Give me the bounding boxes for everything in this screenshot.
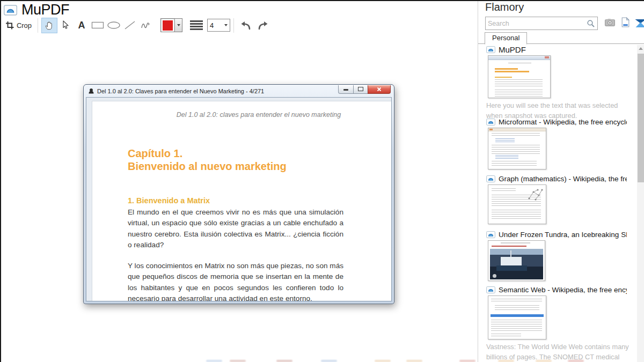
cursor-icon xyxy=(62,20,69,30)
taskbar-hint xyxy=(206,360,222,362)
close-button[interactable] xyxy=(368,85,391,94)
mupdf-header: MuPDF xyxy=(4,2,69,18)
line-tool-button[interactable] xyxy=(122,18,138,33)
camera-icon[interactable] xyxy=(605,18,615,26)
snippet-document-icon[interactable] xyxy=(621,17,630,27)
maximize-icon xyxy=(358,87,363,91)
snapshot-item-semantic-web[interactable]: Semantic Web - Wikipedia, the free encyc… xyxy=(486,285,627,362)
window-controls xyxy=(338,85,391,94)
app-title: MuPDF xyxy=(21,2,69,18)
redo-button[interactable] xyxy=(255,18,272,33)
color-swatch xyxy=(162,19,174,32)
freehand-icon xyxy=(141,20,151,30)
snapshot-item-mupdf[interactable]: MuPDF Here you will see the text that wa… xyxy=(486,45,627,121)
thumbnail-content xyxy=(495,71,529,72)
snapshot-icon xyxy=(486,46,495,53)
thumbnail-content xyxy=(492,210,541,220)
hand-tool-button[interactable] xyxy=(41,18,57,33)
tab-personal[interactable]: Personal xyxy=(485,32,527,45)
snapshot-thumbnail[interactable] xyxy=(488,55,551,98)
thumbnail-content xyxy=(545,56,549,58)
taskbar-hint xyxy=(498,360,514,362)
thumbnail-content xyxy=(491,334,521,337)
search-icon[interactable] xyxy=(587,19,595,28)
mupdf-window-icon xyxy=(88,88,94,94)
snapshot-thumbnail[interactable] xyxy=(488,184,546,224)
pdf-window: Del 1.0 al 2.0: Claves para entender el … xyxy=(83,84,394,304)
ellipse-tool-button[interactable] xyxy=(106,18,122,33)
undo-icon xyxy=(239,20,252,31)
thumbnail-content xyxy=(508,63,532,63)
flamory-logo-icon[interactable] xyxy=(634,17,644,29)
snapshot-title: Semantic Web - Wikipedia, the free encyc… xyxy=(499,286,627,294)
color-dropdown-button[interactable] xyxy=(174,19,182,32)
screen-edge-top xyxy=(0,0,644,1)
thumbnail-content xyxy=(489,129,493,130)
snapshot-thumbnail[interactable] xyxy=(488,240,545,281)
taskbar-hint xyxy=(536,360,552,362)
pen-width-select[interactable]: 4 xyxy=(207,19,230,32)
snapshot-thumbnail[interactable] xyxy=(488,295,546,339)
thumbnail-content xyxy=(492,145,540,154)
search-input[interactable] xyxy=(486,20,587,27)
snapshot-item-tundra[interactable]: Under Frozen Tundra, an Icebreaking Ship… xyxy=(486,230,627,281)
tab-bar: Personal xyxy=(478,32,644,44)
snapshot-title: Under Frozen Tundra, an Icebreaking Ship… xyxy=(499,231,627,239)
chevron-down-icon xyxy=(177,24,180,26)
snapshot-item-graph[interactable]: Graph (mathematics) - Wikipedia, the fre… xyxy=(486,174,627,224)
search-box xyxy=(485,17,598,30)
snapshot-item-microformat[interactable]: Microformat - Wikipedia, the free encycl… xyxy=(486,117,627,169)
taskbar-hint xyxy=(321,360,337,362)
text-tool-button[interactable]: A xyxy=(74,18,90,33)
line-width-icon xyxy=(190,20,203,30)
snapshot-description: Vastness: The World Wide Web contains ma… xyxy=(486,342,632,362)
selection-highlight xyxy=(491,314,543,317)
paragraph: El mundo en el que creemos vivir no es m… xyxy=(128,207,343,250)
scrollbar-thumb[interactable] xyxy=(638,54,644,182)
thumbnail-content xyxy=(492,161,536,167)
snapshot-title: Microformat - Wikipedia, the free encycl… xyxy=(499,118,627,126)
graph-doodle-icon xyxy=(526,188,544,202)
pdf-viewer[interactable]: Del 1.0 al 2.0: claves para entender el … xyxy=(86,97,392,301)
flamory-panel: Flamory Personal MuPDF xyxy=(478,0,644,362)
taskbar-hint xyxy=(406,360,422,362)
scrollbar[interactable] xyxy=(637,45,644,362)
minimize-button[interactable] xyxy=(338,85,354,94)
chapter-line-2: Bienvenido al nuevo marketing xyxy=(128,160,287,172)
crop-label: Crop xyxy=(17,21,32,29)
snapshot-title: Graph (mathematics) - Wikipedia, the fre… xyxy=(499,175,627,183)
select-tool-button[interactable] xyxy=(57,18,74,33)
chapter-line-1: Capítulo 1. xyxy=(128,147,182,159)
color-picker[interactable] xyxy=(160,18,182,32)
snapshot-icon xyxy=(486,119,495,125)
thumbnail-content xyxy=(495,79,543,87)
taskbar-hint xyxy=(230,360,246,362)
taskbar-hint xyxy=(276,360,292,362)
chevron-down-icon xyxy=(224,24,228,26)
chapter-heading: Capítulo 1. Bienvenido al nuevo marketin… xyxy=(128,147,287,173)
snapshot-title: MuPDF xyxy=(499,45,627,54)
thumbnail-content xyxy=(495,68,518,70)
section-heading: 1. Bienvenido a Matrix xyxy=(128,196,210,205)
thumbnail-content xyxy=(495,77,512,78)
pdf-page: Del 1.0 al 2.0: claves para entender el … xyxy=(92,101,392,301)
rectangle-tool-button[interactable] xyxy=(90,18,106,33)
page-running-header: Del 1.0 al 2.0: claves para entender el … xyxy=(173,111,345,119)
play-button-icon xyxy=(493,274,496,278)
thumbnail-content xyxy=(491,320,541,331)
taskbar-hint xyxy=(375,360,391,362)
ink-tool-button[interactable] xyxy=(138,18,154,33)
thumbnail-content xyxy=(491,299,541,303)
snapshot-icon xyxy=(486,231,495,238)
snapshot-thumbnail[interactable] xyxy=(488,128,546,169)
thumbnail-content xyxy=(501,257,522,266)
paragraph: Y los conocimientos en Matrix no son más… xyxy=(128,261,343,301)
maximize-button[interactable] xyxy=(354,85,368,94)
screen: MuPDF Crop A xyxy=(0,0,644,362)
thumbnail-content xyxy=(492,188,516,193)
thumbnail-content xyxy=(492,246,526,247)
scroll-up-icon[interactable] xyxy=(639,47,643,50)
thumbnail-content xyxy=(492,133,540,137)
crop-button[interactable]: Crop xyxy=(3,18,34,33)
undo-button[interactable] xyxy=(237,18,253,33)
